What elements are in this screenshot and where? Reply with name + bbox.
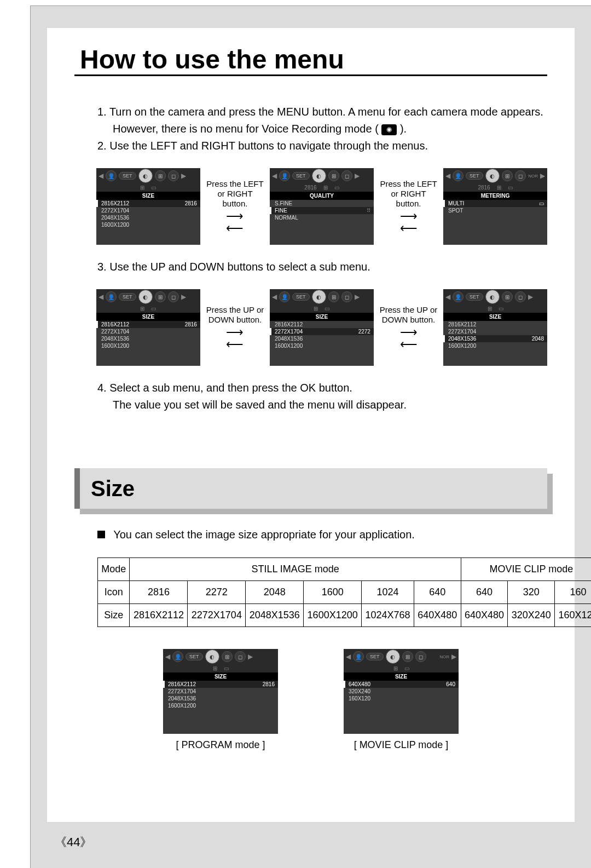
camera-screen: ◀👤SET◐⊞◻▶2816⊞▭QUALITYS.FINEFINE⠿NORMAL [270,168,374,245]
meter-icon: ◻ [515,291,526,302]
screens-row-1: ◀👤SET◐⊞◻▶⊞▭SIZE2816X211228162272X1704204… [96,168,547,245]
mode-dial-icon: ◐ [138,290,153,304]
menu-item: 1600X1200 [96,221,200,228]
menu-item: 640X480640 [344,681,459,688]
menu-item: 2272X1704 [443,328,547,335]
set-pill: SET [466,293,483,301]
grid-icon: ⊞ [328,170,339,181]
ud-arrows-icon: ⟶⟵ [400,327,418,350]
mode-icon: 👤 [106,291,117,302]
right-arrow-icon: ▶ [248,653,253,660]
camera-screen: ◀👤SET◐⊞◻NOR▶2816⊞▭METERINGMULTI▭SPOT [443,168,547,245]
left-arrow-icon: ◀ [445,172,450,180]
menu-item: 2272X1704 [96,207,200,214]
menu-item: MULTI▭ [443,200,547,207]
menu-item: 2048X1536 [270,335,374,342]
mode-dial-icon: ◐ [386,649,400,664]
menu-title: SIZE [163,672,278,681]
right-arrow-icon: ▶ [181,293,186,301]
section-heading: Size [74,468,547,509]
right-arrow-icon: ▶ [355,172,360,180]
mode-icon: 👤 [106,170,117,181]
steps: 1. Turn on the camera and press the MENU… [74,104,547,154]
voice-recording-icon: ◉ [381,124,397,135]
size-table: Mode STILL IMAGE mode MOVIE CLIP mode Ic… [97,557,591,627]
camera-screen: ◀👤SET◐⊞◻▶⊞▭SIZE2816X211228162272X1704204… [96,168,200,245]
grid-icon: ⊞ [155,291,166,302]
step-2: 2. Use the LEFT and RIGHT buttons to nav… [97,137,547,154]
mode-dial-icon: ◐ [312,169,326,183]
menu-item: 320X240 [344,688,459,695]
menu-item: 2048X15362048 [443,335,547,342]
mode-dial-icon: ◐ [138,169,153,183]
menu-item: 2048X1536 [96,335,200,342]
left-arrow-icon: ◀ [99,172,103,180]
mode-dial-icon: ◐ [485,290,500,304]
page-number: 《44》 [55,834,92,850]
meter-icon: ◻ [341,170,352,181]
menu-item: 1600X1200 [163,702,278,709]
left-arrow-icon: ◀ [346,653,351,660]
right-arrow-icon: ▶ [451,653,456,660]
right-arrow-icon: ▶ [181,172,186,180]
set-pill: SET [119,172,136,180]
menu-title: SIZE [96,192,200,200]
mode-dial-icon: ◐ [485,169,500,183]
step-1: 1. Turn on the camera and press the MENU… [97,104,547,120]
page-title: How to use the menu [74,28,547,76]
set-pill: SET [366,653,384,660]
menu-item: 2272X1704 [96,328,200,335]
menu-item: NORMAL [270,214,374,221]
grid-icon: ⊞ [402,651,413,662]
ud-arrows-icon: ⟶⟵ [226,327,244,350]
left-arrow-icon: ◀ [165,653,170,660]
menu-item: 2816X2112 [443,321,547,328]
bottom-examples: ◀👤SET◐⊞◻▶⊞▭SIZE2816X211228162272X1704204… [74,649,547,751]
press-lr-label: Press the LEFT or RIGHT button. [379,179,438,209]
camera-screen: ◀👤SET◐⊞◻▶⊞▭SIZE2816X21122272X17042048X15… [443,289,547,366]
menu-title: SIZE [344,672,459,681]
square-bullet-icon [97,531,105,538]
step-3: 3. Use the UP and DOWN buttons to select… [74,258,547,275]
menu-item: 1600X1200 [443,342,547,349]
menu-item: 2272X17042272 [270,328,374,335]
menu-item: 2048X1536 [163,695,278,702]
meter-icon: ◻ [168,291,179,302]
set-pill: SET [292,293,310,301]
menu-item: S.FINE [270,200,374,207]
left-arrow-icon: ◀ [445,293,450,301]
camera-screen: ◀👤SET◐⊞◻▶⊞▭SIZE2816X211228162272X1704204… [163,649,278,734]
left-arrow-icon: ◀ [99,293,103,301]
meter-icon: ◻ [341,291,352,302]
menu-title: SIZE [443,313,547,321]
menu-title: SIZE [96,313,200,321]
lr-arrows-icon: ⟶⟵ [226,211,244,234]
menu-item: FINE⠿ [270,207,374,214]
grid-icon: ⊞ [502,291,513,302]
set-pill: SET [292,172,310,180]
icon-row: Icon 2816 2272 2048 1600 1024 640 640 32… [98,581,592,604]
movie-mode-caption: [ MOVIE CLIP mode ] [344,739,459,751]
menu-title: SIZE [270,313,374,321]
grid-icon: ⊞ [328,291,339,302]
meter-icon: ◻ [235,651,246,662]
menu-item: 2816X2112 [270,321,374,328]
left-arrow-icon: ◀ [272,293,277,301]
press-ud-label: Press the UP or DOWN button. [206,305,264,325]
grid-icon: ⊞ [222,651,233,662]
menu-item: SPOT [443,207,547,214]
menu-item: 2272X1704 [163,688,278,695]
set-pill: SET [119,293,136,301]
press-lr-label: Press the LEFT or RIGHT button. [206,179,264,209]
menu-item: 160X120 [344,695,459,702]
menu-item: 2048X1536 [96,214,200,221]
lr-arrows-icon: ⟶⟵ [400,211,418,234]
section-size: Size [74,468,547,509]
menu-item: 2816X21122816 [163,681,278,688]
program-mode-caption: [ PROGRAM mode ] [163,739,278,751]
step-4: 4. Select a sub menu, and then press the… [97,380,547,396]
mode-icon: 👤 [279,170,290,181]
right-arrow-icon: ▶ [355,293,360,301]
menu-item: 2816X21122816 [96,321,200,328]
right-arrow-icon: ▶ [528,293,533,301]
